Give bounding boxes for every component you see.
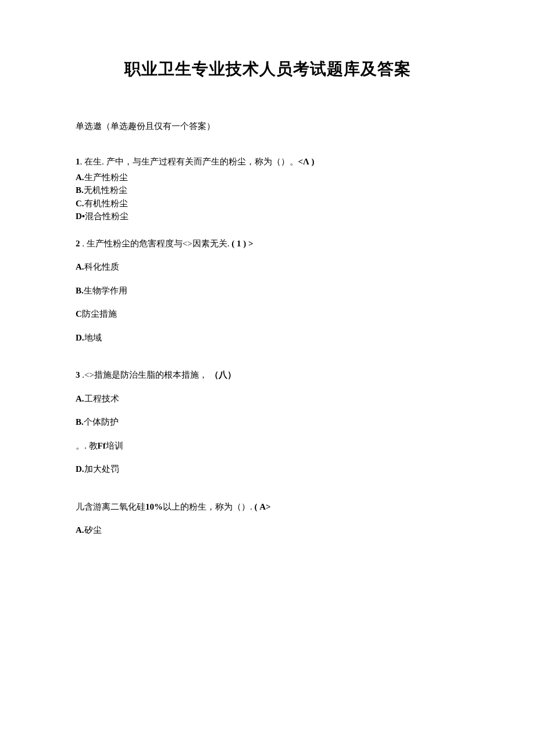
q2-option-b-label: B. xyxy=(76,286,84,295)
q1-answer-tag: <Λ ) xyxy=(298,157,315,166)
document-title: 职业卫生专业技术人员考试题库及答案 xyxy=(76,58,459,80)
q4-option-a-text: 矽尘 xyxy=(84,525,102,535)
q4-stem-mid: 10% xyxy=(145,502,163,511)
q1-option-b: B.无机性粉尘 xyxy=(76,184,459,197)
question-2: 2 . 生产性粉尘的危害程度与<>因素无关. ( 1 ) > A.科化性质 B.… xyxy=(76,237,459,345)
q1-option-a-label: A. xyxy=(76,173,84,182)
instructions: 单选邀（单选趣份且仅有一个答案） xyxy=(76,121,459,132)
q2-option-d-text: 地域 xyxy=(84,333,102,342)
q1-stem-text: . 在生. 产中，与生产过程有关而产生的粉尘，称为（）。 xyxy=(80,157,298,166)
q2-option-c-label: C xyxy=(76,309,82,318)
q2-answer-tag: ( 1 ) > xyxy=(231,239,253,248)
q1-option-d-label: D• xyxy=(76,212,85,221)
q1-option-c-label: C. xyxy=(76,199,84,208)
q3-option-b-label: B. xyxy=(76,417,84,427)
q2-option-b: B.生物学作用 xyxy=(76,284,459,298)
q2-option-c: C防尘措施 xyxy=(76,307,459,321)
q3-number: 3 xyxy=(76,370,80,379)
q2-option-c-text: 防尘措施 xyxy=(82,309,117,318)
question-1-stem: 1. 在生. 产中，与生产过程有关而产生的粉尘，称为（）。<Λ ) xyxy=(76,155,459,169)
q4-stem-text-a: 儿含游离二氧化硅 xyxy=(76,502,145,511)
q1-option-d-text: 混合性粉尘 xyxy=(85,212,129,221)
q4-stem-text-b: 以上的粉生，称为（）. xyxy=(163,502,252,511)
q1-option-a-text: 生产性粉尘 xyxy=(84,173,128,182)
q2-option-d: D.地域 xyxy=(76,331,459,345)
q1-option-c: C.有机性粉尘 xyxy=(76,197,459,210)
q2-option-d-label: D. xyxy=(76,333,84,342)
q4-option-a-label: A. xyxy=(76,525,84,535)
q4-answer-tag: ( A> xyxy=(255,502,271,511)
q1-option-c-text: 有机性粉尘 xyxy=(84,199,128,208)
q3-option-a: A.工程技术 xyxy=(76,392,459,406)
question-3: 3 .<>措施是防治生脂的根本措施， （八） A.工程技术 B.个体防护 。. … xyxy=(76,368,459,476)
question-2-stem: 2 . 生产性粉尘的危害程度与<>因素无关. ( 1 ) > xyxy=(76,237,459,250)
question-1: 1. 在生. 产中，与生产过程有关而产生的粉尘，称为（）。<Λ ) A.生产性粉… xyxy=(76,155,459,223)
q3-option-c-mid: Ff xyxy=(98,441,106,450)
q3-option-c: 。. 教Ff培训 xyxy=(76,439,459,453)
q3-option-a-label: A. xyxy=(76,394,84,403)
q3-stem-text: .<>措施是防治生脂的根本措施， xyxy=(80,370,208,379)
q3-option-d-text: 加大处罚 xyxy=(84,464,119,474)
q3-option-d: D.加大处罚 xyxy=(76,463,459,476)
q4-option-a: A.矽尘 xyxy=(76,524,459,537)
q1-option-b-text: 无机性粉尘 xyxy=(84,185,127,195)
q1-option-d: D•混合性粉尘 xyxy=(76,210,459,223)
q2-stem-text: . 生产性粉尘的危害程度与<>因素无关. xyxy=(80,239,230,248)
q3-option-b-text: 个体防护 xyxy=(84,417,119,427)
q1-option-b-label: B. xyxy=(76,185,84,195)
q3-option-d-label: D. xyxy=(76,464,84,474)
q1-option-a: A.生产性粉尘 xyxy=(76,171,459,184)
q1-number: 1 xyxy=(76,157,80,166)
q3-answer-tag: （八） xyxy=(210,370,236,379)
q2-option-b-text: 生物学作用 xyxy=(84,286,127,295)
document-page: 职业卫生专业技术人员考试题库及答案 单选邀（单选趣份且仅有一个答案） 1. 在生… xyxy=(0,0,535,756)
question-3-stem: 3 .<>措施是防治生脂的根本措施， （八） xyxy=(76,368,459,382)
q2-option-a-text: 科化性质 xyxy=(84,262,119,271)
q2-option-a-label: A. xyxy=(76,262,84,271)
question-4: 儿含游离二氧化硅10%以上的粉生，称为（）. ( A> A.矽尘 xyxy=(76,500,459,537)
q3-option-c-label: 。. 教 xyxy=(76,441,98,450)
question-4-stem: 儿含游离二氧化硅10%以上的粉生，称为（）. ( A> xyxy=(76,500,459,514)
q3-option-c-text: 培训 xyxy=(106,441,123,450)
q2-number: 2 xyxy=(76,239,80,248)
q2-option-a: A.科化性质 xyxy=(76,260,459,274)
q3-option-b: B.个体防护 xyxy=(76,415,459,429)
q3-option-a-text: 工程技术 xyxy=(84,394,119,403)
